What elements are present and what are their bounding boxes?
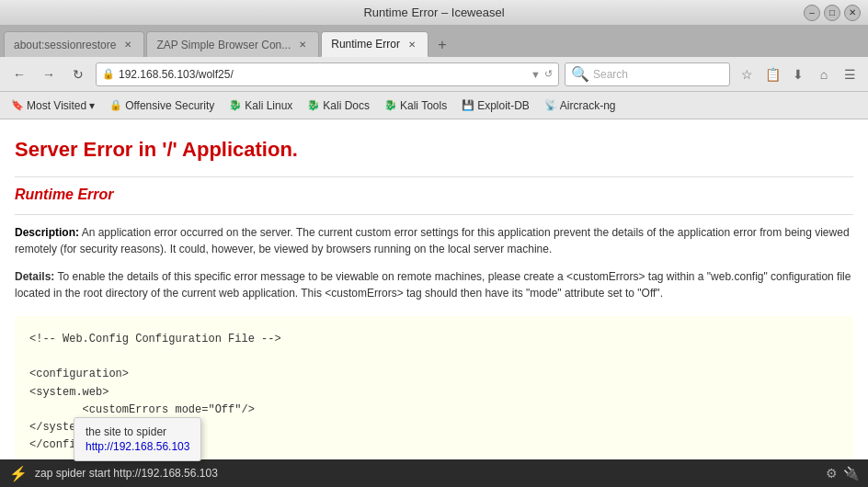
aircrack-label: Aircrack-ng [560, 99, 616, 112]
details-label: Details: [15, 270, 54, 283]
back-button[interactable]: ← [7, 62, 31, 86]
tooltip-url: http://192.168.56.103 [86, 440, 189, 453]
tab-runtime[interactable]: Runtime Error ✕ [321, 31, 428, 57]
bookmarks-bar: 🔖 Most Visited ▾ 🔒 Offensive Security 🐉 … [0, 92, 868, 119]
kali-docs-icon: 🐉 [307, 99, 320, 111]
zap-icon: ⚡ [9, 465, 28, 482]
most-visited-label: Most Visited [27, 99, 86, 112]
forward-button[interactable]: → [37, 62, 61, 86]
code-line-2 [29, 348, 839, 366]
bookmark-offensive-security[interactable]: 🔒 Offensive Security [104, 97, 220, 114]
tooltip: the site to spider http://192.168.56.103 [74, 417, 201, 461]
bookmark-kali-docs[interactable]: 🐉 Kali Docs [302, 97, 375, 114]
address-text: 192.168.56.103/wolf25/ [119, 68, 527, 81]
tab-runtime-label: Runtime Error [331, 38, 400, 51]
page-info-button[interactable]: 📋 [761, 63, 783, 85]
details-section: Details: To enable the details of this s… [15, 268, 853, 301]
download-button[interactable]: ⬇ [787, 63, 809, 85]
details-text: To enable the details of this specific e… [15, 270, 851, 300]
tab-runtime-close[interactable]: ✕ [405, 38, 418, 51]
bookmark-aircrack[interactable]: 📡 Aircrack-ng [539, 97, 622, 114]
most-visited-arrow: ▾ [89, 99, 95, 112]
search-bar[interactable]: 🔍 Search [565, 62, 730, 86]
nav-bar: ← → ↻ 🔒 192.168.56.103/wolf25/ ▼ ↺ 🔍 Sea… [0, 57, 868, 92]
bookmark-kali-tools[interactable]: 🐉 Kali Tools [379, 97, 452, 114]
home-button[interactable]: ⌂ [813, 63, 835, 85]
bookmark-exploit-db[interactable]: 💾 Exploit-DB [456, 97, 535, 114]
bookmark-star-button[interactable]: ☆ [736, 63, 758, 85]
status-right: ⚙ 🔌 [826, 466, 859, 481]
status-text: zap spider start http://192.168.56.103 [35, 467, 818, 480]
lock-icon: 🔒 [102, 68, 115, 80]
error-divider [15, 214, 853, 215]
tab-session-label: about:sessionrestore [14, 39, 116, 51]
tab-zap[interactable]: ZAP Simple Browser Con... ✕ [146, 31, 319, 57]
offensive-security-label: Offensive Security [125, 99, 214, 112]
code-line-1: <!-- Web.Config Configuration File --> [29, 331, 839, 348]
address-bar[interactable]: 🔒 192.168.56.103/wolf25/ ▼ ↺ [96, 62, 559, 86]
description-section: Description: An application error occurr… [15, 224, 853, 257]
bookmark-most-visited[interactable]: 🔖 Most Visited ▾ [6, 97, 100, 114]
aircrack-icon: 📡 [544, 99, 557, 111]
offensive-security-icon: 🔒 [109, 99, 122, 111]
settings-icon[interactable]: ⚙ [826, 466, 838, 481]
tab-session[interactable]: about:sessionrestore ✕ [4, 31, 144, 57]
window-title: Runtime Error – Iceweasel [363, 6, 504, 19]
error-type-title: Runtime Error [15, 187, 853, 203]
code-line-3: <configuration> [29, 366, 839, 383]
tooltip-title: the site to spider [86, 425, 189, 438]
nav-icons: ☆ 📋 ⬇ ⌂ ☰ [736, 63, 861, 85]
kali-tools-icon: 🐉 [384, 99, 397, 111]
exploit-db-label: Exploit-DB [477, 99, 530, 112]
code-line-4: <system.web> [29, 384, 839, 402]
content-area: Server Error in '/' Application. Runtime… [0, 119, 868, 459]
menu-button[interactable]: ☰ [839, 63, 861, 85]
title-bar: Runtime Error – Iceweasel – □ ✕ [0, 0, 868, 26]
tab-zap-close[interactable]: ✕ [296, 39, 309, 51]
close-button[interactable]: ✕ [844, 5, 861, 21]
bookmark-kali-linux[interactable]: 🐉 Kali Linux [223, 97, 298, 114]
window-controls: – □ ✕ [804, 5, 861, 21]
kali-linux-icon: 🐉 [229, 99, 242, 111]
plug-icon[interactable]: 🔌 [843, 466, 859, 481]
kali-linux-label: Kali Linux [245, 99, 292, 112]
status-bar: ⚡ zap spider start http://192.168.56.103… [0, 459, 868, 487]
maximize-button[interactable]: □ [824, 5, 840, 21]
reload-button[interactable]: ↻ [66, 62, 90, 86]
new-tab-button[interactable]: + [430, 33, 454, 57]
exploit-db-icon: 💾 [462, 99, 474, 111]
dropdown-icon[interactable]: ▼ [531, 69, 541, 80]
tab-session-close[interactable]: ✕ [121, 39, 134, 51]
tab-bar: about:sessionrestore ✕ ZAP Simple Browse… [0, 26, 868, 57]
reload-small-icon[interactable]: ↺ [544, 68, 553, 80]
search-placeholder: Search [593, 68, 628, 81]
minimize-button[interactable]: – [804, 5, 820, 21]
kali-docs-label: Kali Docs [323, 99, 370, 112]
tab-zap-label: ZAP Simple Browser Con... [156, 39, 291, 51]
title-divider [15, 176, 853, 177]
address-value: 192.168.56.103/wolf25/ [119, 68, 234, 81]
kali-tools-label: Kali Tools [400, 99, 447, 112]
search-icon: 🔍 [571, 65, 589, 83]
description-text: An application error occurred on the ser… [15, 226, 850, 255]
description-label: Description: [15, 226, 79, 239]
most-visited-icon: 🔖 [11, 99, 24, 111]
page-title: Server Error in '/' Application. [15, 138, 853, 162]
